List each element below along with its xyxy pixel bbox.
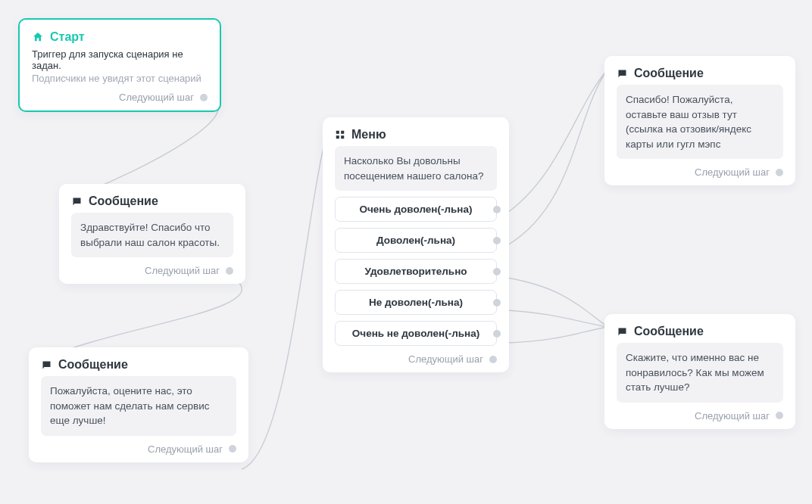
menu-option-2[interactable]: Доволен(-льна) [335,228,497,253]
node-menu[interactable]: Меню Насколько Вы довольны посещением на… [323,117,509,372]
menu-option-1[interactable]: Очень доволен(-льна) [335,197,497,222]
svg-rect-2 [336,135,339,138]
node-message-4[interactable]: Сообщение Скажите, что именно вас не пон… [604,314,795,429]
menu-option-5[interactable]: Очень не доволен(-льна) [335,321,497,346]
node-header: Сообщение [71,194,233,208]
next-step-label: Следующий шаг [695,166,770,178]
node-title: Сообщение [58,358,128,372]
menu-prompt: Насколько Вы довольны посещением нашего … [335,146,497,191]
node-header: Сообщение [617,67,783,80]
output-port[interactable] [776,412,783,419]
message-body: Спасибо! Пожалуйста, оставьте ваш отзыв … [617,85,783,159]
output-port[interactable] [493,268,501,275]
output-port[interactable] [776,169,783,176]
node-message-2[interactable]: Сообщение Пожалуйста, оцените нас, это п… [29,347,248,462]
grid-icon [335,129,345,140]
svg-rect-0 [336,131,339,134]
node-title: Сообщение [634,325,704,338]
next-step-row[interactable]: Следующий шаг [617,410,783,422]
next-step-row[interactable]: Следующий шаг [41,443,236,455]
message-icon [41,359,52,371]
output-port[interactable] [493,206,501,213]
node-start[interactable]: Старт Триггер для запуска сценария не за… [18,18,221,112]
node-header: Сообщение [41,358,236,372]
node-title: Сообщение [634,67,704,80]
node-title: Старт [50,30,85,44]
output-port[interactable] [489,356,497,363]
next-step-label: Следующий шаг [145,265,220,276]
next-step-label: Следующий шаг [695,410,770,422]
node-title: Меню [351,128,386,142]
output-port[interactable] [229,445,236,453]
svg-rect-1 [341,131,344,134]
message-icon [617,326,628,338]
node-header: Сообщение [617,325,783,338]
output-port[interactable] [493,237,501,244]
menu-option-3[interactable]: Удовлетворительно [335,259,497,284]
next-step-row[interactable]: Следующий шаг [32,92,208,103]
message-body: Здравствуйте! Спасибо что выбрали наш са… [71,213,233,257]
node-header: Меню [335,128,497,142]
menu-option-label: Доволен(-льна) [376,235,455,246]
output-port[interactable] [226,267,233,275]
start-body-line1: Триггер для запуска сценария не задан. [32,48,208,71]
home-icon [32,31,44,43]
menu-option-label: Очень не доволен(-льна) [352,328,479,339]
menu-option-label: Не доволен(-льна) [369,297,463,308]
output-port[interactable] [493,330,501,338]
next-step-label: Следующий шаг [119,92,194,103]
message-icon [617,68,628,79]
next-step-row[interactable]: Следующий шаг [617,166,783,178]
output-port[interactable] [493,299,501,306]
svg-rect-3 [341,135,344,138]
next-step-row[interactable]: Следующий шаг [335,353,497,365]
message-icon [71,196,83,207]
message-body: Пожалуйста, оцените нас, это поможет нам… [41,376,236,436]
next-step-label: Следующий шаг [408,353,483,365]
menu-option-4[interactable]: Не доволен(-льна) [335,290,497,315]
start-body-line2: Подписчики не увидят этот сценарий [32,73,208,84]
node-message-1[interactable]: Сообщение Здравствуйте! Спасибо что выбр… [59,184,245,284]
message-body: Скажите, что именно вас не понравилось? … [617,343,783,403]
node-header: Старт [32,30,208,44]
menu-option-label: Очень доволен(-льна) [360,204,473,215]
node-title: Сообщение [89,194,158,208]
next-step-row[interactable]: Следующий шаг [71,265,233,276]
flow-canvas[interactable]: Старт Триггер для запуска сценария не за… [0,0,812,504]
output-port[interactable] [200,94,208,101]
node-message-3[interactable]: Сообщение Спасибо! Пожалуйста, оставьте … [604,56,795,185]
next-step-label: Следующий шаг [148,443,223,455]
menu-option-label: Удовлетворительно [364,266,467,277]
